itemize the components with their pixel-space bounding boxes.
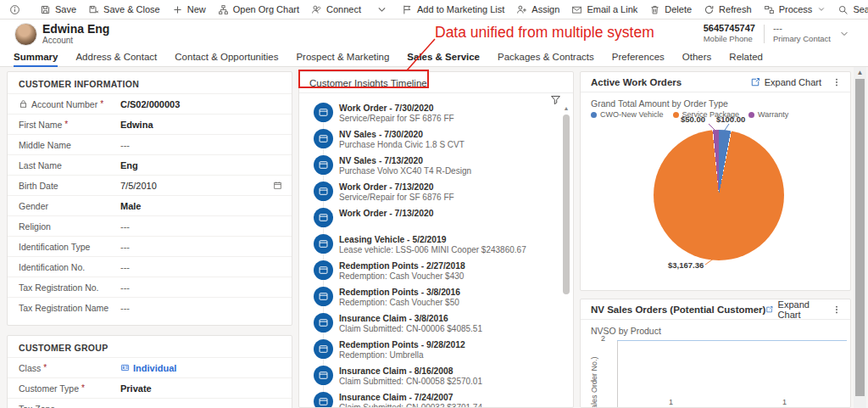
timeline-item-insurance-claim-3-8-2016[interactable]: Insurance Claim - 3/8/2016 Claim Submitt…	[299, 313, 558, 339]
customer-info-fields: Account Number * C/S02/000003 First Name…	[8, 93, 292, 317]
field-tax-registration-name[interactable]: Tax Registration Name * ---	[8, 297, 292, 317]
field-value[interactable]: Individual	[120, 363, 176, 373]
toolbar-item-label: Refresh	[719, 4, 752, 14]
field-identification-no[interactable]: Identification No. * ---	[8, 256, 292, 277]
field-value[interactable]: Male	[120, 201, 141, 211]
field-first-name[interactable]: First Name * Edwina	[8, 114, 292, 134]
toolbar-connect[interactable]: Connect	[305, 0, 367, 19]
tab-preferences[interactable]: Preferences	[612, 48, 665, 66]
toolbar-item-label: Save & Close	[103, 4, 160, 14]
field-account-number[interactable]: Account Number * C/S02/000003	[8, 93, 292, 114]
field-religion[interactable]: Religion * ---	[8, 215, 292, 236]
scrollbar-thumb[interactable]	[563, 115, 570, 294]
more-options-icon[interactable]	[832, 77, 842, 87]
timeline-item-leasing-vehicle-5-2-2019[interactable]: Leasing Vehicle - 5/2/2019 Lease vehicle…	[299, 234, 558, 260]
toolbar-overflow-caret[interactable]	[372, 0, 396, 19]
panel-title: Customer Insights Timeline	[299, 72, 573, 93]
legend-Warranty: Warranty	[748, 110, 788, 119]
field-gender[interactable]: Gender * Male	[8, 195, 292, 215]
info-icon	[9, 4, 20, 15]
toolbar-assign[interactable]: Assign	[510, 0, 565, 19]
timeline-item-nv-sales-7-13-2020[interactable]: NV Sales - 7/13/2020 Purchase Volvo XC40…	[299, 155, 558, 182]
bar-value-label: 1	[782, 398, 787, 406]
field-value[interactable]: Eng	[120, 160, 138, 170]
timeline-item-subtitle: Claim Submitted: CN-00006 $4085.51	[339, 324, 482, 334]
field-value[interactable]: ---	[120, 262, 130, 272]
more-options-icon[interactable]	[832, 305, 842, 315]
toolbar-delete[interactable]: Delete	[643, 0, 698, 19]
field-value[interactable]: ---	[120, 242, 130, 252]
avatar[interactable]	[14, 23, 37, 46]
timeline-item-insurance-claim-8-16-2008[interactable]: Insurance Claim - 8/16/2008 Claim Submit…	[299, 366, 558, 392]
field-value[interactable]: C/S02/000003	[120, 99, 180, 109]
scrollbar-thumb[interactable]	[855, 79, 865, 396]
toolbar-search-customer-public[interactable]: Search Customer Public	[832, 0, 868, 19]
field-value[interactable]: ---	[120, 221, 130, 232]
command-bar: Save Save & Close New Open Org Chart Con…	[0, 0, 868, 20]
active-work-orders-panel: Active Work Orders Expand Chart Grand To…	[580, 71, 851, 291]
toolbar-email-a-link[interactable]: Email a Link	[565, 0, 643, 19]
toolbar-add-to-marketing-list[interactable]: Add to Marketing List	[396, 0, 510, 19]
field-value[interactable]: Private	[120, 383, 152, 394]
timeline-scrollbar[interactable]: ▲	[562, 104, 570, 401]
timeline-item-work-order-7-13-2020[interactable]: Work Order - 7/13/2020	[299, 208, 558, 234]
toolbar-new[interactable]: New	[166, 0, 212, 19]
field-value[interactable]: ---	[120, 303, 130, 313]
field-value[interactable]: 7/5/2010	[120, 181, 157, 191]
expand-chart-button[interactable]: Expand Chart	[765, 299, 821, 320]
primary-contact-field[interactable]: --- Primary Contact	[773, 23, 831, 44]
tab-summary[interactable]: Summary	[14, 48, 58, 66]
toolbar-refresh[interactable]: Refresh	[698, 0, 758, 19]
chevron-down-icon[interactable]	[839, 29, 849, 39]
refresh-icon	[704, 4, 715, 15]
legend-dot	[748, 112, 754, 118]
field-label: Gender	[19, 201, 48, 211]
timeline-item-redemption-points-3-8-2016[interactable]: Redemption Points - 3/8/2016 Redemption:…	[299, 287, 558, 313]
field-label: Account Number	[31, 99, 97, 109]
toolbar-info[interactable]	[5, 0, 29, 19]
section-title: CUSTOMER INFORMATION	[8, 72, 292, 93]
saveclose-icon	[88, 4, 99, 15]
field-value[interactable]: ---	[120, 140, 130, 150]
tab-related[interactable]: Related	[729, 48, 763, 66]
timeline-item-redemption-points-2-27-2018[interactable]: Redemption Points - 2/27/2018 Redemption…	[299, 260, 558, 287]
field-value[interactable]: ---	[120, 282, 130, 293]
field-class[interactable]: Class * Individual	[8, 357, 292, 377]
tab-packages-contracts[interactable]: Packages & Contracts	[498, 48, 594, 66]
scroll-up-icon[interactable]: ▲	[562, 104, 570, 113]
field-identification-type[interactable]: Identification Type * ---	[8, 236, 292, 256]
field-label: Class	[19, 363, 41, 373]
tab-sales-service[interactable]: Sales & Service	[407, 48, 480, 66]
page-scrollbar[interactable]: ▲	[854, 67, 866, 408]
toolbar-process[interactable]: Process	[758, 0, 832, 19]
timeline-item-nv-sales-7-30-2020[interactable]: NV Sales - 7/30/2020 Purchase Honda Civi…	[299, 129, 558, 155]
timeline-item-redemption-points-9-28-2012[interactable]: Redemption Points - 9/28/2012 Redemption…	[299, 339, 558, 366]
pie-label-warranty: $50.00	[681, 115, 705, 124]
field-value[interactable]: ---	[120, 404, 130, 408]
expand-chart-button[interactable]: Expand Chart	[750, 77, 821, 87]
field-tax-registration-no[interactable]: Tax Registration No. * ---	[8, 277, 292, 297]
toolbar-save-and-close[interactable]: Save & Close	[82, 0, 166, 19]
field-value[interactable]: Edwina	[120, 120, 153, 130]
field-last-name[interactable]: Last Name * Eng	[8, 154, 292, 175]
field-middle-name[interactable]: Middle Name * ---	[8, 134, 292, 154]
timeline-item-work-order-7-13-2020[interactable]: Work Order - 7/13/2020 Service/Repair fo…	[299, 182, 558, 208]
tab-contact-opportunities[interactable]: Contact & Opportunities	[175, 48, 278, 66]
timeline-item-insurance-claim-7-24-2007[interactable]: Insurance Claim - 7/24/2007 Claim Submit…	[299, 392, 558, 408]
toolbar-item-label: Save	[55, 4, 76, 14]
toolbar-save[interactable]: Save	[34, 0, 82, 19]
field-birth-date[interactable]: Birth Date * 7/5/2010	[8, 175, 292, 195]
field-customer-type[interactable]: Customer Type * Private	[8, 377, 292, 398]
y-axis-line	[617, 340, 618, 408]
calendar-icon[interactable]	[273, 181, 282, 190]
timeline-item-work-order-7-30-2020[interactable]: Work Order - 7/30/2020 Service/Repair fo…	[299, 103, 558, 129]
tab-prospect-marketing[interactable]: Prospect & Marketing	[296, 48, 389, 66]
field-tax-zone[interactable]: Tax Zone * ---	[8, 398, 292, 408]
record-window-icon	[314, 155, 333, 175]
tab-others[interactable]: Others	[682, 48, 712, 66]
scroll-up-icon[interactable]: ▲	[854, 67, 866, 78]
toolbar-open-org-chart[interactable]: Open Org Chart	[212, 0, 305, 19]
tab-address-contact[interactable]: Address & Contact	[75, 48, 157, 66]
timeline-item-subtitle: Service/Repair for SF 6876 FF	[339, 114, 454, 124]
mobile-phone-field[interactable]: 5645745747 Mobile Phone	[704, 23, 755, 44]
